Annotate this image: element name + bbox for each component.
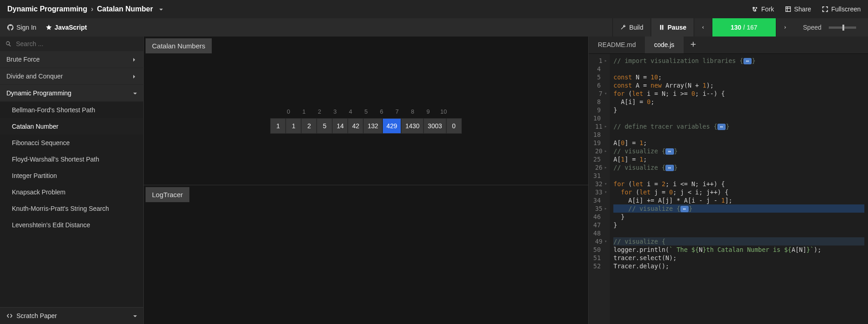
chevron-left-icon xyxy=(701,24,705,31)
editor-tabs: README.mdcode.js xyxy=(589,37,868,54)
code-line: tracer.select(N); xyxy=(613,254,864,262)
sign-in-button[interactable]: Sign In xyxy=(7,24,37,31)
algo-floyd-warshall-s-shortest-path[interactable]: Floyd-Warshall's Shortest Path xyxy=(0,151,143,167)
breadcrumb[interactable]: Dynamic Programming › Catalan Number xyxy=(7,5,163,13)
pause-button[interactable]: Pause xyxy=(651,18,694,37)
value-cell: 42 xyxy=(348,118,363,134)
breadcrumb-category[interactable]: Dynamic Programming xyxy=(7,5,87,13)
algo-integer-partition[interactable]: Integer Partition xyxy=(0,167,143,184)
plus-icon xyxy=(690,41,696,47)
step-forward-button[interactable] xyxy=(776,18,794,37)
code-panel: README.mdcode.js 1▸4567▾891011▸181920▸25… xyxy=(589,37,868,324)
index-cell: 3 xyxy=(327,105,343,118)
star-icon xyxy=(46,24,52,31)
fold-icon[interactable]: ▸ xyxy=(604,147,607,155)
caret-down-icon[interactable] xyxy=(131,312,137,319)
fold-icon[interactable]: ▸ xyxy=(604,204,607,213)
code-line: } xyxy=(613,221,864,229)
code-line: logger.println(` The ${N}th Catalan Numb… xyxy=(613,246,864,254)
speed-slider[interactable] xyxy=(829,26,856,29)
fold-icon[interactable]: ▾ xyxy=(604,237,607,246)
fold-icon[interactable]: ▾ xyxy=(604,188,607,196)
index-cell: 5 xyxy=(358,105,374,118)
step-back-button[interactable] xyxy=(694,18,712,37)
index-cell: 9 xyxy=(420,105,436,118)
line-number: 5 xyxy=(593,73,607,81)
index-cell: 1 xyxy=(296,105,312,118)
breadcrumb-algo[interactable]: Catalan Number xyxy=(97,5,153,13)
scratch-label: Scratch Paper xyxy=(16,312,57,319)
index-cell: 0 xyxy=(281,105,296,118)
code-line xyxy=(613,65,864,73)
value-cell: 132 xyxy=(363,118,382,134)
dropdown-caret-icon[interactable] xyxy=(157,5,163,13)
array-tracer: 012345678910 11251442132429143030030 xyxy=(144,53,588,185)
tab-code-js[interactable]: code.js xyxy=(645,37,683,53)
index-cell: 8 xyxy=(405,105,420,118)
current-step: 130 xyxy=(731,24,741,31)
line-number: 18 xyxy=(593,131,607,139)
gutter: 1▸4567▾891011▸181920▸2526▸3132▾33▾3435▸4… xyxy=(589,54,610,324)
visualization-panel: Catalan Numbers 012345678910 11251442132… xyxy=(144,37,589,324)
share-button[interactable]: Share xyxy=(785,5,811,13)
search-row xyxy=(0,37,143,51)
search-input[interactable] xyxy=(16,40,138,47)
value-cell: 1430 xyxy=(401,118,424,134)
value-cell: 1 xyxy=(286,118,301,134)
github-icon xyxy=(7,24,14,31)
index-cell: 6 xyxy=(374,105,389,118)
fold-icon[interactable]: ▾ xyxy=(604,180,607,188)
code-line: // visualize {⇔} xyxy=(613,163,864,172)
line-number: 32▾ xyxy=(593,180,607,188)
line-number: 7▾ xyxy=(593,89,607,98)
algo-levenshtein-s-edit-distance[interactable]: Levenshtein's Edit Distance xyxy=(0,217,143,233)
speed-label: Speed xyxy=(803,24,821,31)
algo-bellman-ford-s-shortest-path[interactable]: Bellman-Ford's Shortest Path xyxy=(0,102,143,118)
algo-knuth-morris-pratt-s-string-search[interactable]: Knuth-Morris-Pratt's String Search xyxy=(0,200,143,217)
add-tab-button[interactable] xyxy=(684,37,703,53)
category-dynamic-programming[interactable]: Dynamic Programming xyxy=(0,85,143,102)
caret-down-icon xyxy=(131,89,137,97)
line-number: 49▾ xyxy=(593,237,607,246)
index-cell: 2 xyxy=(312,105,327,118)
step-counter[interactable]: 130 / 167 xyxy=(712,18,776,37)
fullscreen-button[interactable]: Fullscreen xyxy=(822,5,861,13)
fold-icon[interactable]: ▸ xyxy=(604,122,607,131)
category-brute-force[interactable]: Brute Force xyxy=(0,51,143,68)
algo-fibonacci-sequence[interactable]: Fibonacci Sequence xyxy=(0,135,143,151)
value-row: 11251442132429143030030 xyxy=(270,118,461,134)
code-line: for (let j = 0; j < i; j++) { xyxy=(613,188,864,196)
algorithm-tree[interactable]: Brute ForceDivide and ConquerDynamic Pro… xyxy=(0,51,143,307)
line-number: 34 xyxy=(593,196,607,204)
algo-knapsack-problem[interactable]: Knapsack Problem xyxy=(0,184,143,200)
algo-catalan-number[interactable]: Catalan Number xyxy=(0,118,143,135)
line-number: 1▸ xyxy=(593,57,607,65)
code-line: } xyxy=(613,106,864,114)
category-divide-and-conquer[interactable]: Divide and Conquer xyxy=(0,68,143,85)
tab-README-md[interactable]: README.md xyxy=(589,37,645,53)
fold-icon[interactable]: ▸ xyxy=(604,57,607,65)
code-lines: // import visualization libraries {⇔}con… xyxy=(610,54,868,324)
pause-icon xyxy=(659,24,665,31)
code-line: A[i] = 0; xyxy=(613,98,864,106)
viz-title: Catalan Numbers xyxy=(146,38,212,53)
line-number: 52 xyxy=(593,262,607,270)
fold-icon[interactable]: ▸ xyxy=(604,163,607,172)
code-line: // import visualization libraries {⇔} xyxy=(613,57,864,65)
line-number: 11▸ xyxy=(593,122,607,131)
speed-thumb[interactable] xyxy=(842,25,844,31)
line-number: 25 xyxy=(593,155,607,163)
language-selector[interactable]: JavaScript xyxy=(46,24,87,31)
fold-icon[interactable]: ▾ xyxy=(604,89,607,98)
value-cell: 0 xyxy=(446,118,462,134)
line-number: 8 xyxy=(593,98,607,106)
build-button[interactable]: Build xyxy=(612,18,651,37)
code-line: // visualize {⇔} xyxy=(613,147,864,155)
code-editor[interactable]: 1▸4567▾891011▸181920▸2526▸3132▾33▾3435▸4… xyxy=(589,54,868,324)
scratch-paper-button[interactable]: Scratch Paper xyxy=(0,307,143,324)
sidebar: Brute ForceDivide and ConquerDynamic Pro… xyxy=(0,37,144,324)
build-label: Build xyxy=(629,24,643,31)
code-line: A[i] += A[j] * A[i - j - 1]; xyxy=(613,196,864,204)
code-line: const N = 10; xyxy=(613,73,864,81)
fork-button[interactable]: Fork xyxy=(752,5,774,13)
